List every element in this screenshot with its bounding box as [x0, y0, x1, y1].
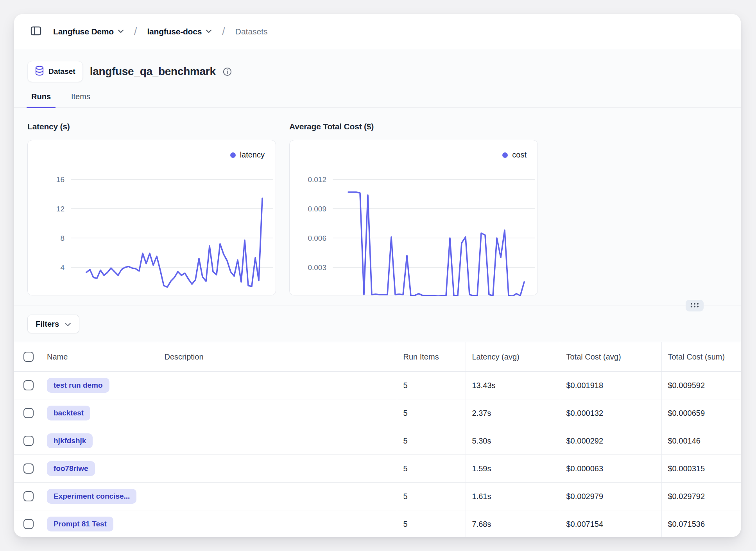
total-cost-avg-cell: $0.000292 — [560, 427, 661, 455]
total-cost-sum-cell: $0.071536 — [661, 510, 741, 537]
dataset-badge: Dataset — [27, 61, 83, 82]
run-description-cell — [158, 399, 397, 427]
svg-text:0.006: 0.006 — [308, 234, 326, 242]
breadcrumb-org-label: langfuse-docs — [147, 27, 202, 36]
run-items-cell: 5 — [397, 455, 466, 483]
column-header-run-items[interactable]: Run Items — [397, 342, 466, 372]
latency-legend: latency — [230, 150, 265, 159]
run-name-link[interactable]: test run demo — [47, 378, 109, 393]
runs-table: Name Description Run Items Latency (avg)… — [14, 342, 741, 537]
filters-button-label: Filters — [36, 319, 59, 329]
run-items-cell: 5 — [397, 510, 466, 537]
run-description-cell — [158, 483, 397, 510]
grip-dots-icon — [690, 302, 700, 309]
total-cost-avg-cell: $0.000132 — [560, 399, 661, 427]
cost-chart: cost 0.0120.0090.0060.003 — [289, 140, 538, 295]
filters-button[interactable]: Filters — [27, 315, 79, 333]
cost-chart-title: Average Total Cost ($) — [289, 122, 538, 131]
breadcrumb-project-label: Langfuse Demo — [53, 27, 114, 36]
top-bar: Langfuse Demo / langfuse-docs / Datasets — [14, 14, 741, 49]
row-checkbox[interactable] — [23, 380, 34, 390]
column-header-total-cost-avg[interactable]: Total Cost (avg) — [560, 342, 661, 372]
column-header-name[interactable]: Name — [41, 342, 158, 372]
run-name-link[interactable]: backtest — [47, 406, 90, 420]
table-row: test run demo 5 13.43s $0.001918 $0.0095… — [14, 372, 741, 399]
run-items-cell: 5 — [397, 427, 466, 455]
run-description-cell — [158, 427, 397, 455]
column-header-total-cost-sum[interactable]: Total Cost (sum) — [661, 342, 741, 372]
info-icon[interactable] — [223, 67, 232, 76]
total-cost-avg-cell: $0.001918 — [560, 372, 661, 399]
row-checkbox[interactable] — [23, 519, 34, 529]
run-name-link[interactable]: hjkfdshjk — [47, 433, 93, 448]
column-header-description[interactable]: Description — [158, 342, 397, 372]
latency-avg-cell: 1.59s — [466, 455, 560, 483]
total-cost-sum-cell: $0.000315 — [661, 455, 741, 483]
run-items-cell: 5 — [397, 483, 466, 510]
legend-label: cost — [512, 150, 527, 159]
tab-bar: Runs Items — [14, 82, 741, 108]
svg-text:0.012: 0.012 — [308, 175, 326, 184]
section-divider — [14, 306, 741, 306]
runs-table-container: Name Description Run Items Latency (avg)… — [14, 342, 741, 537]
table-row: foo78riwe 5 1.59s $0.000063 $0.000315 — [14, 455, 741, 483]
row-checkbox[interactable] — [23, 436, 34, 446]
table-row: hjkfdshjk 5 5.30s $0.000292 $0.00146 — [14, 427, 741, 455]
svg-text:16: 16 — [56, 175, 64, 184]
legend-dot-icon — [230, 152, 236, 158]
cost-legend: cost — [502, 150, 527, 159]
latency-chart-block: Latency (s) latency 161284 — [27, 122, 276, 295]
run-items-cell: 5 — [397, 399, 466, 427]
page-content: Dataset langfuse_qa_benchmark Runs Items — [14, 49, 741, 537]
run-name-link[interactable]: Experiment concise... — [47, 489, 136, 504]
row-checkbox[interactable] — [23, 491, 34, 501]
row-checkbox[interactable] — [23, 408, 34, 418]
total-cost-sum-cell: $0.009592 — [661, 372, 741, 399]
table-row: Experiment concise... 5 1.61s $0.002979 … — [14, 483, 741, 510]
filters-row: Filters — [14, 306, 741, 342]
breadcrumb-separator: / — [220, 25, 227, 38]
app-window: Langfuse Demo / langfuse-docs / Datasets — [14, 14, 741, 537]
legend-label: latency — [240, 150, 265, 159]
breadcrumb-org[interactable]: langfuse-docs — [147, 27, 212, 36]
page-title: langfuse_qa_benchmark — [90, 65, 216, 78]
total-cost-avg-cell: $0.007154 — [560, 510, 661, 537]
cost-line-chart: 0.0120.0090.0060.003 — [290, 140, 538, 296]
cost-chart-block: Average Total Cost ($) cost 0.0120.0090.… — [289, 122, 538, 295]
total-cost-avg-cell: $0.000063 — [560, 455, 661, 483]
sidebar-toggle-button[interactable] — [27, 23, 45, 40]
row-checkbox[interactable] — [23, 463, 34, 474]
run-description-cell — [158, 455, 397, 483]
tab-items[interactable]: Items — [70, 92, 92, 107]
table-row: backtest 5 2.37s $0.000132 $0.000659 — [14, 399, 741, 427]
breadcrumb-separator: / — [133, 25, 139, 38]
latency-avg-cell: 2.37s — [466, 399, 560, 427]
run-name-link[interactable]: Prompt 81 Test — [47, 517, 113, 531]
latency-line-chart: 161284 — [28, 140, 276, 296]
svg-text:8: 8 — [60, 234, 64, 242]
svg-text:0.003: 0.003 — [308, 263, 326, 272]
column-header-latency-avg[interactable]: Latency (avg) — [466, 342, 560, 372]
total-cost-sum-cell: $0.00146 — [661, 427, 741, 455]
chevron-down-icon — [206, 29, 212, 34]
run-items-cell: 5 — [397, 372, 466, 399]
total-cost-avg-cell: $0.002979 — [560, 483, 661, 510]
run-description-cell — [158, 510, 397, 537]
svg-text:12: 12 — [56, 205, 64, 213]
breadcrumb-page[interactable]: Datasets — [235, 27, 268, 36]
select-all-checkbox[interactable] — [23, 352, 34, 362]
resize-grip-handle[interactable] — [686, 300, 704, 311]
run-name-link[interactable]: foo78riwe — [47, 461, 95, 476]
table-header-row: Name Description Run Items Latency (avg)… — [14, 342, 741, 372]
latency-avg-cell: 1.61s — [466, 483, 560, 510]
tab-runs[interactable]: Runs — [30, 92, 52, 107]
breadcrumb-project[interactable]: Langfuse Demo — [53, 27, 124, 36]
svg-text:4: 4 — [60, 263, 64, 272]
latency-chart-title: Latency (s) — [27, 122, 276, 131]
page-header: Dataset langfuse_qa_benchmark — [14, 49, 741, 82]
table-row: Prompt 81 Test 5 7.68s $0.007154 $0.0715… — [14, 510, 741, 537]
database-icon — [35, 66, 44, 77]
charts-section: Latency (s) latency 161284 Average Total… — [14, 108, 741, 295]
latency-avg-cell: 13.43s — [466, 372, 560, 399]
chevron-down-icon — [64, 319, 71, 329]
